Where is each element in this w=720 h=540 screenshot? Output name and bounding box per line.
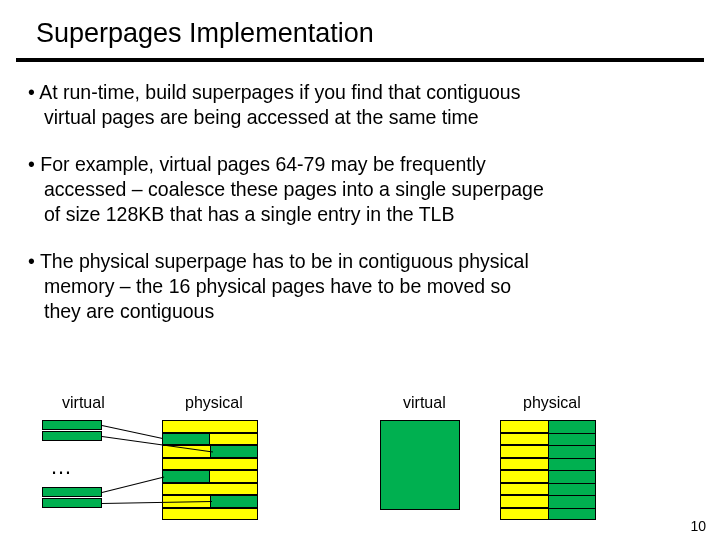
left-mapped-page	[162, 433, 210, 446]
bullet-2: • For example, virtual pages 64-79 may b…	[24, 152, 696, 227]
slide-body: • At run-time, build superpages if you f…	[0, 62, 720, 324]
bullet-2-line-1: • For example, virtual pages 64-79 may b…	[28, 152, 696, 177]
label-virtual-left: virtual	[62, 394, 105, 412]
right-contig-divider	[548, 483, 596, 484]
left-mapped-page	[162, 470, 210, 483]
slide-title: Superpages Implementation	[0, 0, 720, 55]
left-physical-cell	[162, 420, 258, 433]
right-contig-divider	[548, 433, 596, 434]
right-virtual-superpage	[380, 420, 460, 510]
mapping-line	[102, 477, 164, 493]
right-contig-divider	[548, 508, 596, 509]
left-mapped-page	[210, 495, 258, 508]
bullet-1-line-2: virtual pages are being accessed at the …	[28, 105, 696, 130]
page-number: 10	[690, 518, 706, 534]
bullet-3-line-3: they are contiguous	[28, 299, 696, 324]
label-virtual-right: virtual	[403, 394, 446, 412]
left-virtual-page	[42, 420, 102, 430]
label-physical-right: physical	[523, 394, 581, 412]
right-contig-divider	[548, 458, 596, 459]
bullet-3-line-2: memory – the 16 physical pages have to b…	[28, 274, 696, 299]
bullet-3-line-1: • The physical superpage has to be in co…	[28, 249, 696, 274]
bullet-2-line-2: accessed – coalesce these pages into a s…	[28, 177, 696, 202]
left-virtual-page	[42, 431, 102, 441]
diagram-area: virtual physical virtual physical …	[0, 394, 720, 530]
right-contig-divider	[548, 445, 596, 446]
label-physical-left: physical	[185, 394, 243, 412]
bullet-1-line-1: • At run-time, build superpages if you f…	[28, 80, 696, 105]
left-mapped-page	[210, 445, 258, 458]
left-virtual-page	[42, 487, 102, 497]
left-virtual-page	[42, 498, 102, 508]
bullet-3: • The physical superpage has to be in co…	[24, 249, 696, 324]
right-contig-divider	[548, 470, 596, 471]
right-contig-divider	[548, 495, 596, 496]
left-physical-cell	[162, 483, 258, 496]
ellipsis-icon: …	[50, 454, 75, 480]
bullet-2-line-3: of size 128KB that has a single entry in…	[28, 202, 696, 227]
bullet-1: • At run-time, build superpages if you f…	[24, 80, 696, 130]
left-physical-cell	[162, 508, 258, 521]
left-physical-cell	[162, 458, 258, 471]
